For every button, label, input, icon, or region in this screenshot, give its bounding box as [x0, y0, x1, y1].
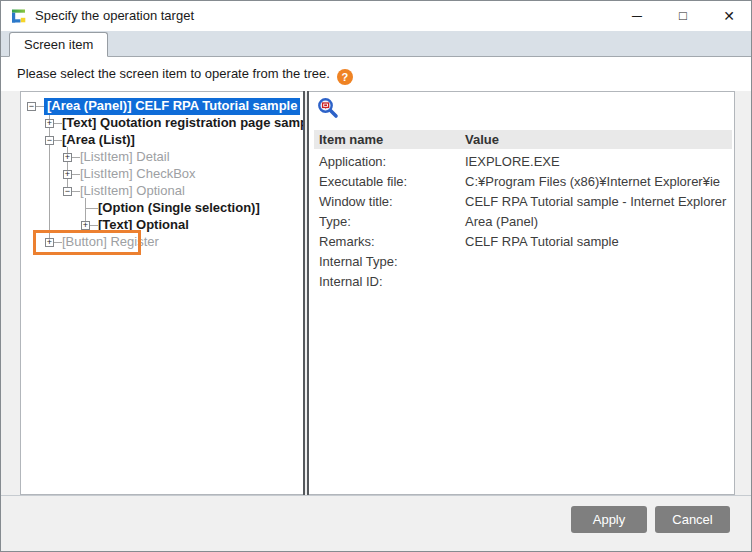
expander-minus-icon[interactable]: − — [45, 136, 54, 145]
properties-panel: Item name Value Application:IEXPLORE.EXE… — [309, 91, 735, 495]
screen-item-tree[interactable]: −[Area (Panel)] CELF RPA Tutorial sample… — [20, 91, 303, 495]
main-area: −[Area (Panel)] CELF RPA Tutorial sample… — [1, 91, 751, 495]
instruction-label: Please select the screen item to operate… — [17, 66, 330, 81]
tab-bar: Screen item — [1, 31, 751, 57]
expander-plus-icon[interactable]: + — [45, 119, 54, 128]
dialog-window: Specify the operation target ─ □ ✕ Scree… — [0, 0, 752, 552]
instruction-text: Please select the screen item to operate… — [17, 66, 353, 85]
tree-item-label[interactable]: [Text] Quotation registration page sampl… — [62, 115, 303, 132]
celf-logo-icon — [11, 8, 27, 24]
tab-screen-item[interactable]: Screen item — [9, 32, 108, 57]
footer-bar: Apply Cancel — [1, 495, 751, 552]
expander-minus-icon[interactable]: − — [63, 187, 72, 196]
property-row: Internal Type: — [314, 252, 732, 272]
annotation-highlight-box — [33, 230, 141, 255]
property-row: Window title:CELF RPA Tutorial sample - … — [314, 192, 732, 212]
property-row: Remarks:CELF RPA Tutorial sample — [314, 232, 732, 252]
tree-item-label[interactable]: [Area (Panel)] CELF RPA Tutorial sample — [44, 98, 300, 115]
apply-button[interactable]: Apply — [571, 506, 647, 533]
help-icon[interactable]: ? — [337, 69, 353, 85]
property-value: Area (Panel) — [460, 212, 732, 232]
property-value — [460, 252, 732, 272]
property-row: Executable file:C:¥Program Files (x86)¥I… — [314, 172, 732, 192]
minimize-button[interactable]: ─ — [615, 1, 659, 31]
header-item-name: Item name — [314, 130, 460, 149]
property-name: Application: — [314, 152, 460, 172]
window-title: Specify the operation target — [35, 1, 194, 31]
property-name: Type: — [314, 212, 460, 232]
expander-plus-icon[interactable]: + — [81, 221, 90, 230]
property-value: CELF RPA Tutorial sample - Internet Expl… — [460, 192, 732, 212]
property-row: Application:IEXPLORE.EXE — [314, 152, 732, 172]
property-row: Internal ID: — [314, 272, 732, 292]
property-name: Internal ID: — [314, 272, 460, 292]
expander-minus-icon[interactable]: − — [27, 102, 36, 111]
property-value: C:¥Program Files (x86)¥Internet Explorer… — [460, 172, 732, 192]
title-bar: Specify the operation target ─ □ ✕ — [1, 1, 751, 31]
properties-table: Item name Value Application:IEXPLORE.EXE… — [314, 130, 732, 292]
close-button[interactable]: ✕ — [707, 1, 751, 31]
property-name: Internal Type: — [314, 252, 460, 272]
tree-item-label[interactable]: [ListItem] CheckBox — [80, 166, 196, 183]
tree-item-label[interactable]: [Area (List)] — [62, 132, 135, 149]
tree-connector-line — [49, 113, 50, 242]
properties-header: Item name Value — [314, 130, 732, 149]
property-name: Remarks: — [314, 232, 460, 252]
tree-connector-line — [85, 208, 98, 209]
property-name: Window title: — [314, 192, 460, 212]
property-value: CELF RPA Tutorial sample — [460, 232, 732, 252]
property-value: IEXPLORE.EXE — [460, 152, 732, 172]
maximize-button[interactable]: □ — [661, 1, 705, 31]
cancel-button[interactable]: Cancel — [655, 506, 730, 533]
property-name: Executable file: — [314, 172, 460, 192]
tree-item-label[interactable]: [ListItem] Detail — [80, 149, 170, 166]
tree-item-label[interactable]: [Option (Single selection)] — [98, 200, 260, 217]
tree-item-label[interactable]: [ListItem] Optional — [80, 183, 185, 200]
find-target-magnifier-icon[interactable] — [317, 97, 339, 119]
instruction-band: Please select the screen item to operate… — [1, 57, 751, 91]
expander-plus-icon[interactable]: + — [63, 170, 72, 179]
property-row: Type:Area (Panel) — [314, 212, 732, 232]
property-value — [460, 272, 732, 292]
header-value: Value — [460, 130, 732, 149]
expander-plus-icon[interactable]: + — [63, 153, 72, 162]
